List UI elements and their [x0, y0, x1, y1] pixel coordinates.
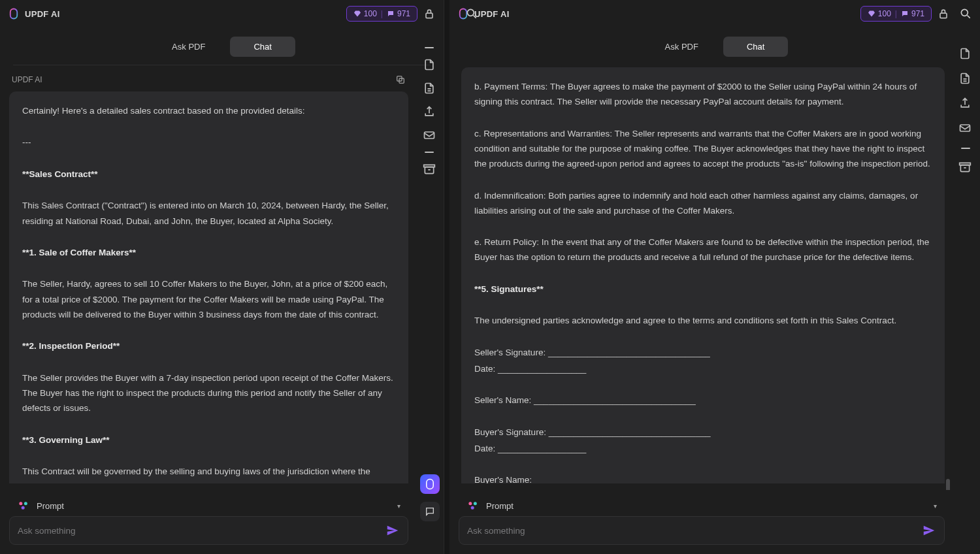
card-text: Date: __________________ — [474, 441, 932, 456]
card-text: --- — [22, 135, 395, 150]
card-text: Buyer's Signature: _____________________… — [474, 425, 932, 440]
pane-toolbar — [415, 34, 444, 176]
card-text: Date: __________________ — [474, 361, 932, 376]
tab-bar: Ask PDF Chat — [449, 27, 980, 61]
scrollbar-thumb[interactable] — [946, 479, 950, 490]
archive-icon[interactable] — [958, 161, 973, 175]
files-icon[interactable] — [958, 72, 973, 86]
chat-input[interactable] — [467, 526, 922, 536]
ai-fab[interactable] — [420, 474, 440, 494]
collapse-handle[interactable] — [425, 47, 434, 48]
diamond-icon — [353, 10, 361, 18]
mail-icon[interactable] — [958, 122, 973, 136]
lock-icon[interactable] — [423, 7, 436, 20]
divider-handle — [961, 148, 970, 149]
response-card: b. Payment Terms: The Buyer agrees to ma… — [461, 67, 945, 483]
search-icon[interactable] — [465, 7, 478, 20]
chat-input-wrap — [459, 516, 945, 545]
svg-point-9 — [961, 9, 968, 16]
copy-icon[interactable] — [395, 74, 406, 85]
card-text: Seller's Name: _________________________… — [474, 393, 932, 408]
svg-point-15 — [467, 9, 474, 16]
send-icon[interactable] — [385, 523, 400, 538]
chevron-down-icon: ▾ — [397, 502, 400, 510]
svg-rect-0 — [426, 13, 433, 18]
pane-splitter[interactable] — [444, 0, 449, 554]
topbar: UPDF AI 100 | 971 — [449, 0, 980, 27]
brand-label: UPDF AI — [25, 9, 60, 19]
diamond-icon — [868, 10, 875, 18]
files-icon[interactable] — [422, 81, 436, 95]
lock-icon[interactable] — [937, 7, 950, 20]
mail-icon[interactable] — [422, 128, 436, 142]
credit-pill[interactable]: 100 | 971 — [346, 6, 417, 22]
comment-fab[interactable] — [420, 502, 440, 521]
prompt-header[interactable]: Prompt ▾ — [9, 494, 408, 516]
svg-rect-6 — [425, 132, 434, 138]
app-logo-icon — [8, 8, 20, 20]
svg-point-5 — [22, 506, 25, 510]
share-icon[interactable] — [958, 97, 973, 111]
card-text: e. Return Policy: In the event that any … — [474, 235, 932, 265]
chat-input-wrap — [9, 516, 408, 545]
chevron-down-icon: ▾ — [934, 502, 937, 510]
credit-coins: 100 — [364, 9, 377, 18]
card-text: d. Indemnification: Both parties agree t… — [474, 188, 932, 218]
speech-icon — [901, 10, 909, 18]
card-text: This Sales Contract ("Contract") is ente… — [22, 198, 395, 228]
search-icon[interactable] — [959, 7, 972, 20]
topbar: UPDF AI 100 | 971 — [0, 0, 444, 27]
credit-tokens: 971 — [911, 9, 924, 18]
svg-point-3 — [19, 502, 22, 505]
card-text: This Contract will be governed by the se… — [22, 464, 395, 483]
card-text: The undersigned parties acknowledge and … — [474, 313, 932, 328]
right-edge-toolbar — [951, 29, 980, 554]
svg-point-4 — [24, 502, 27, 505]
card-heading: **1. Sale of Coffer Makers** — [22, 248, 136, 257]
file-icon[interactable] — [422, 57, 436, 72]
card-heading: **2. Inspection Period** — [22, 341, 120, 351]
prompt-logo-icon — [466, 499, 480, 512]
card-text: Certainly! Here's a detailed sales contr… — [22, 103, 395, 118]
tab-ask-pdf[interactable]: Ask PDF — [642, 37, 722, 57]
card-text: Seller's Signature: ____________________… — [474, 345, 932, 360]
card-text: The Seller provides the Buyer with a 7-d… — [22, 370, 395, 416]
tab-chat[interactable]: Chat — [230, 37, 295, 57]
prompt-logo-icon — [17, 499, 30, 512]
divider-handle — [425, 152, 434, 153]
svg-point-11 — [474, 502, 477, 505]
chat-input[interactable] — [18, 526, 385, 536]
prompt-label: Prompt — [486, 501, 927, 511]
response-card: Certainly! Here's a detailed sales contr… — [9, 91, 408, 483]
card-heading: **3. Governing Law** — [22, 435, 110, 445]
svg-rect-13 — [960, 125, 970, 131]
prompt-label: Prompt — [37, 501, 391, 511]
card-text: The Seller, Hardy, agrees to sell 10 Cof… — [22, 276, 395, 322]
svg-point-12 — [471, 506, 474, 510]
card-text: Buyer's Name: __________________________… — [474, 472, 932, 483]
credit-pill[interactable]: 100 | 971 — [860, 6, 932, 22]
card-heading: **5. Signatures** — [474, 284, 544, 294]
svg-rect-8 — [940, 13, 947, 18]
card-text: b. Payment Terms: The Buyer agrees to ma… — [474, 79, 932, 109]
send-icon[interactable] — [922, 523, 936, 538]
svg-point-10 — [468, 502, 472, 505]
share-icon[interactable] — [422, 105, 436, 119]
speech-icon — [387, 10, 395, 18]
card-heading: **Sales Contract** — [22, 169, 98, 179]
tab-bar: Ask PDF Chat — [0, 27, 444, 61]
response-source-label: UPDF AI — [12, 75, 42, 84]
archive-icon[interactable] — [422, 162, 436, 176]
brand-label: UPDF AI — [474, 9, 510, 19]
prompt-header[interactable]: Prompt ▾ — [459, 494, 945, 516]
credit-coins: 100 — [878, 9, 891, 18]
file-icon[interactable] — [958, 47, 973, 61]
card-text: c. Representations and Warranties: The S… — [474, 126, 932, 172]
tab-ask-pdf[interactable]: Ask PDF — [148, 37, 229, 57]
credit-tokens: 971 — [397, 9, 410, 18]
tab-chat[interactable]: Chat — [723, 37, 788, 57]
